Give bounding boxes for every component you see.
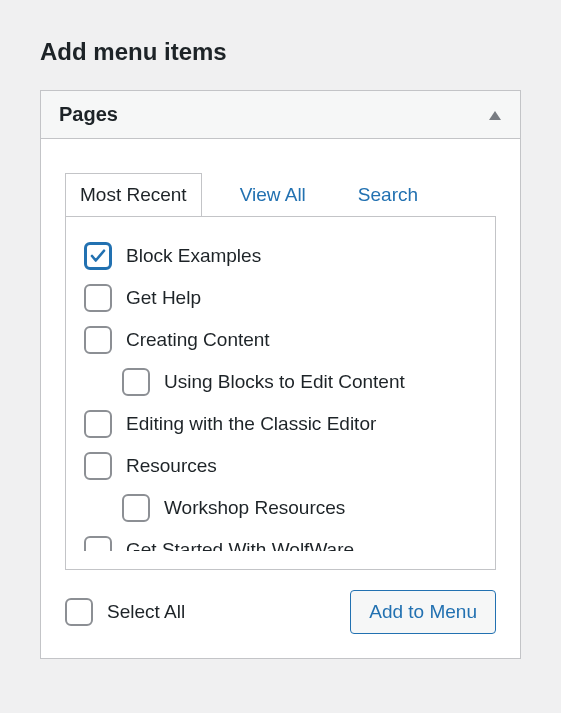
item-checkbox[interactable] bbox=[84, 410, 112, 438]
item-checkbox[interactable] bbox=[84, 284, 112, 312]
tab-most-recent[interactable]: Most Recent bbox=[65, 173, 202, 217]
select-all-label: Select All bbox=[107, 601, 185, 623]
item-label: Workshop Resources bbox=[164, 497, 345, 519]
item-checkbox[interactable] bbox=[122, 494, 150, 522]
panel-header[interactable]: Pages bbox=[41, 91, 520, 139]
list-item: Get Started With WolfWare bbox=[84, 529, 483, 551]
item-checkbox[interactable] bbox=[84, 326, 112, 354]
item-list: Block ExamplesGet HelpCreating ContentUs… bbox=[84, 235, 495, 551]
panel-body: Most Recent View All Search Block Exampl… bbox=[41, 139, 520, 658]
list-item: Using Blocks to Edit Content bbox=[84, 361, 483, 403]
panel-title: Pages bbox=[59, 103, 118, 126]
item-label: Using Blocks to Edit Content bbox=[164, 371, 405, 393]
list-item: Creating Content bbox=[84, 319, 483, 361]
item-label: Creating Content bbox=[126, 329, 270, 351]
item-label: Editing with the Classic Editor bbox=[126, 413, 376, 435]
tab-search[interactable]: Search bbox=[344, 174, 432, 216]
add-to-menu-button[interactable]: Add to Menu bbox=[350, 590, 496, 634]
item-checkbox[interactable] bbox=[122, 368, 150, 396]
page-title: Add menu items bbox=[0, 0, 561, 90]
collapse-icon bbox=[488, 109, 502, 121]
tabs: Most Recent View All Search bbox=[65, 173, 496, 216]
item-checkbox[interactable] bbox=[84, 452, 112, 480]
item-checkbox[interactable] bbox=[84, 242, 112, 270]
select-all[interactable]: Select All bbox=[65, 598, 185, 626]
list-item: Workshop Resources bbox=[84, 487, 483, 529]
tab-view-all[interactable]: View All bbox=[226, 174, 320, 216]
panel-footer: Select All Add to Menu bbox=[65, 570, 496, 634]
list-item: Resources bbox=[84, 445, 483, 487]
item-checkbox[interactable] bbox=[84, 536, 112, 551]
pages-panel: Pages Most Recent View All Search Block … bbox=[40, 90, 521, 659]
item-label: Get Help bbox=[126, 287, 201, 309]
tab-content: Block ExamplesGet HelpCreating ContentUs… bbox=[65, 216, 496, 570]
select-all-checkbox[interactable] bbox=[65, 598, 93, 626]
list-item: Get Help bbox=[84, 277, 483, 319]
list-item: Editing with the Classic Editor bbox=[84, 403, 483, 445]
item-label: Resources bbox=[126, 455, 217, 477]
item-label: Block Examples bbox=[126, 245, 261, 267]
list-item: Block Examples bbox=[84, 235, 483, 277]
item-label: Get Started With WolfWare bbox=[126, 539, 354, 551]
